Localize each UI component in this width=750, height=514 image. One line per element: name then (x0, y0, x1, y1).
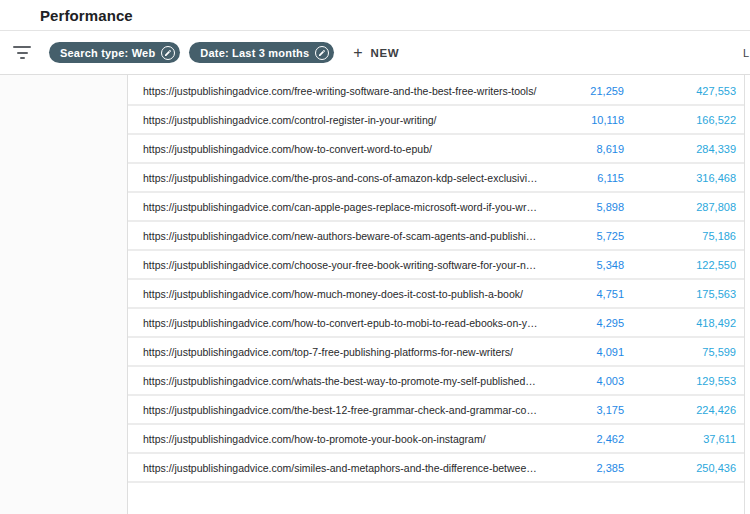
clicks-value: 21,259 (538, 85, 624, 97)
page-url[interactable]: https://justpublishingadvice.com/the-pro… (128, 172, 538, 184)
clicks-value: 5,725 (538, 230, 624, 242)
page-url[interactable]: https://justpublishingadvice.com/the-bes… (128, 404, 538, 416)
page-url[interactable]: https://justpublishingadvice.com/whats-t… (128, 375, 538, 387)
impressions-value: 122,550 (624, 259, 744, 271)
table-row[interactable]: https://justpublishingadvice.com/control… (128, 106, 744, 135)
clicks-value: 4,751 (538, 288, 624, 300)
impressions-value: 37,611 (624, 433, 744, 445)
truncated-right-label: L (743, 47, 749, 59)
table-row[interactable]: https://justpublishingadvice.com/how-to-… (128, 135, 744, 164)
impressions-value: 224,426 (624, 404, 744, 416)
table-row[interactable]: https://justpublishingadvice.com/free-wr… (128, 77, 744, 106)
impressions-value: 284,339 (624, 143, 744, 155)
page-url[interactable]: https://justpublishingadvice.com/new-aut… (128, 230, 538, 242)
impressions-value: 316,468 (624, 172, 744, 184)
impressions-value: 75,186 (624, 230, 744, 242)
page-url[interactable]: https://justpublishingadvice.com/top-7-f… (128, 346, 538, 358)
page-url[interactable]: https://justpublishingadvice.com/how-muc… (128, 288, 538, 300)
new-filter-button[interactable]: + NEW (353, 45, 399, 61)
clicks-value: 4,295 (538, 317, 624, 329)
clicks-value: 3,175 (538, 404, 624, 416)
search-type-chip-label: Search type: Web (60, 47, 155, 59)
content-area: https://justpublishingadvice.com/free-wr… (0, 75, 750, 514)
page-header: Performance (0, 0, 750, 31)
table-row[interactable]: https://justpublishingadvice.com/choose-… (128, 251, 744, 280)
pages-table: https://justpublishingadvice.com/free-wr… (128, 75, 745, 514)
impressions-value: 250,436 (624, 462, 744, 474)
clicks-value: 4,091 (538, 346, 624, 358)
table-row[interactable]: https://justpublishingadvice.com/how-to-… (128, 309, 744, 338)
clicks-value: 4,003 (538, 375, 624, 387)
impressions-value: 166,522 (624, 114, 744, 126)
table-row[interactable]: https://justpublishingadvice.com/the-pro… (128, 164, 744, 193)
page-url[interactable]: https://justpublishingadvice.com/how-to-… (128, 143, 538, 155)
table-row[interactable]: https://justpublishingadvice.com/whats-t… (128, 367, 744, 396)
clicks-value: 6,115 (538, 172, 624, 184)
table-row[interactable]: https://justpublishingadvice.com/can-app… (128, 193, 744, 222)
pencil-icon (315, 46, 329, 60)
page-url[interactable]: https://justpublishingadvice.com/free-wr… (128, 85, 538, 97)
left-pane (0, 75, 128, 514)
clicks-value: 10,118 (538, 114, 624, 126)
clicks-value: 8,619 (538, 143, 624, 155)
date-range-chip[interactable]: Date: Last 3 months (189, 42, 334, 63)
page-url[interactable]: https://justpublishingadvice.com/control… (128, 114, 538, 126)
clicks-value: 2,385 (538, 462, 624, 474)
search-type-chip[interactable]: Search type: Web (49, 42, 180, 63)
new-button-label: NEW (371, 47, 400, 59)
impressions-value: 418,492 (624, 317, 744, 329)
table-row[interactable]: https://justpublishingadvice.com/similes… (128, 454, 744, 483)
table-row[interactable]: https://justpublishingadvice.com/how-to-… (128, 425, 744, 454)
clicks-value: 2,462 (538, 433, 624, 445)
page-url[interactable]: https://justpublishingadvice.com/can-app… (128, 201, 538, 213)
table-row[interactable]: https://justpublishingadvice.com/new-aut… (128, 222, 744, 251)
pencil-icon (161, 46, 175, 60)
page-url[interactable]: https://justpublishingadvice.com/similes… (128, 462, 538, 474)
impressions-value: 287,808 (624, 201, 744, 213)
impressions-value: 75,599 (624, 346, 744, 358)
impressions-value: 427,553 (624, 85, 744, 97)
filter-list-icon[interactable] (13, 46, 31, 59)
impressions-value: 129,553 (624, 375, 744, 387)
filter-bar: Search type: Web Date: Last 3 months + N… (0, 31, 750, 75)
page-url[interactable]: https://justpublishingadvice.com/how-to-… (128, 433, 538, 445)
table-row[interactable]: https://justpublishingadvice.com/top-7-f… (128, 338, 744, 367)
table-row[interactable]: https://justpublishingadvice.com/how-muc… (128, 280, 744, 309)
impressions-value: 175,563 (624, 288, 744, 300)
page-url[interactable]: https://justpublishingadvice.com/how-to-… (128, 317, 538, 329)
page-title: Performance (40, 7, 133, 24)
page-url[interactable]: https://justpublishingadvice.com/choose-… (128, 259, 538, 271)
table-row[interactable]: https://justpublishingadvice.com/the-bes… (128, 396, 744, 425)
date-range-chip-label: Date: Last 3 months (200, 47, 309, 59)
clicks-value: 5,348 (538, 259, 624, 271)
clicks-value: 5,898 (538, 201, 624, 213)
plus-icon: + (353, 45, 362, 61)
